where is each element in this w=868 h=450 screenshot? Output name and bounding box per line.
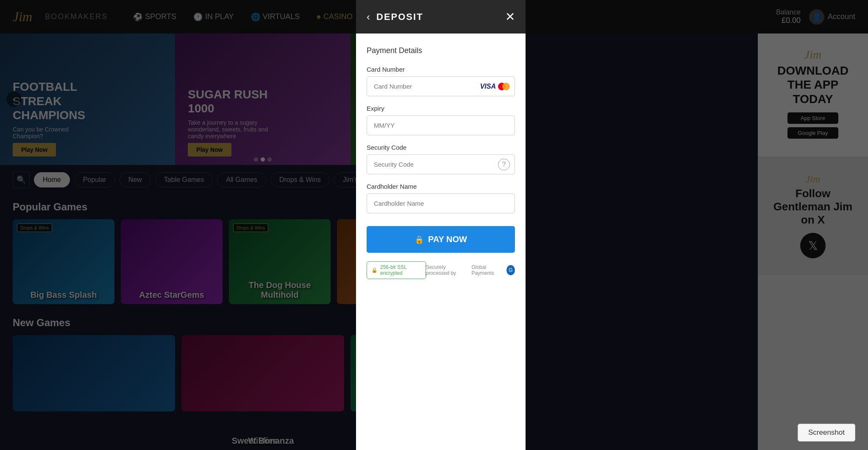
card-number-label: Card Number bbox=[367, 66, 515, 73]
security-code-wrap: ? bbox=[367, 154, 515, 174]
cardholder-wrap bbox=[367, 193, 515, 213]
lock-icon: 🔒 bbox=[415, 235, 424, 244]
card-icons: VISA bbox=[480, 83, 510, 90]
card-number-wrap: VISA bbox=[367, 76, 515, 96]
expiry-wrap bbox=[367, 115, 515, 135]
expiry-group: Expiry bbox=[367, 105, 515, 135]
expiry-input[interactable] bbox=[367, 115, 515, 135]
visa-icon: VISA bbox=[480, 83, 496, 90]
cardholder-label: Cardholder Name bbox=[367, 183, 515, 190]
lock-ssl-icon: 🔒 bbox=[371, 267, 378, 273]
global-payments-icon: G bbox=[506, 265, 515, 275]
cardholder-input[interactable] bbox=[367, 193, 515, 213]
security-code-group: Security Code ? bbox=[367, 144, 515, 174]
modal-back-button[interactable]: ‹ bbox=[367, 11, 370, 23]
security-code-help-button[interactable]: ? bbox=[498, 159, 510, 170]
processor-name: Global Payments bbox=[471, 264, 504, 276]
deposit-modal: ‹ DEPOSIT ✕ Payment Details Card Number … bbox=[356, 0, 526, 450]
modal-close-button[interactable]: ✕ bbox=[505, 10, 515, 24]
cardholder-group: Cardholder Name bbox=[367, 183, 515, 213]
processed-by: Securely processed by Global Payments G bbox=[426, 264, 515, 276]
mastercard-icon bbox=[498, 83, 510, 90]
modal-section-title: Payment Details bbox=[367, 46, 515, 55]
expiry-label: Expiry bbox=[367, 105, 515, 112]
security-code-input[interactable] bbox=[367, 154, 515, 174]
security-code-label: Security Code bbox=[367, 144, 515, 151]
security-row: 🔒 256-bit SSL encrypted Securely process… bbox=[367, 261, 515, 279]
modal-title: DEPOSIT bbox=[376, 11, 499, 22]
processed-text: Securely processed by bbox=[426, 264, 469, 276]
card-number-group: Card Number VISA bbox=[367, 66, 515, 96]
screenshot-button[interactable]: Screenshot bbox=[798, 424, 855, 442]
modal-header: ‹ DEPOSIT ✕ bbox=[356, 0, 526, 34]
ssl-text: 256-bit SSL encrypted bbox=[380, 264, 421, 276]
pay-now-button[interactable]: 🔒 PAY NOW bbox=[367, 226, 515, 253]
ssl-badge: 🔒 256-bit SSL encrypted bbox=[367, 261, 426, 279]
modal-body: Payment Details Card Number VISA Expiry bbox=[356, 34, 526, 450]
pay-now-label: PAY NOW bbox=[428, 235, 467, 244]
